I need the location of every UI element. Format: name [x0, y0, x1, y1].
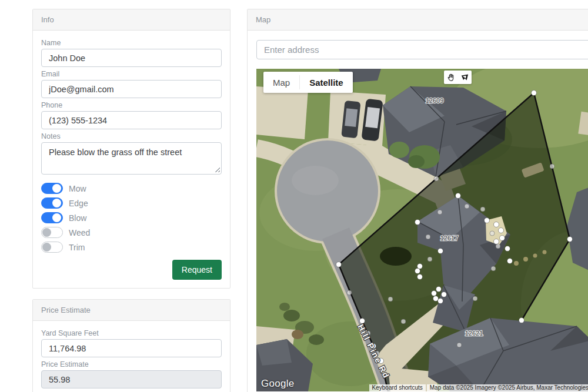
toggle-row-mow: Mow	[41, 183, 222, 194]
sqft-label: Yard Square Feet	[41, 329, 222, 337]
map-type-satellite-button[interactable]: Satellite	[300, 72, 353, 93]
email-field[interactable]	[41, 80, 222, 98]
price-card-title: Price Estimate	[33, 300, 230, 321]
parcel-label-12621: 12621	[465, 330, 483, 337]
name-field[interactable]	[41, 49, 222, 67]
sqft-field[interactable]	[41, 339, 222, 357]
toggle-row-edge: Edge	[41, 197, 222, 209]
blow-toggle[interactable]	[41, 212, 63, 223]
notes-label: Notes	[41, 132, 222, 140]
mow-toggle-label: Mow	[69, 184, 86, 193]
left-column: Info Name Email Phone Notes Please blow …	[32, 9, 230, 392]
price-estimate-card: Price Estimate Yard Square Feet Price Es…	[32, 299, 230, 392]
mow-toggle[interactable]	[41, 183, 63, 194]
parcel-label-12609: 12609	[426, 97, 444, 104]
notes-field[interactable]: Please blow the grass off the street	[41, 142, 222, 175]
satellite-imagery: 12609 12617 12621 Hill Pine Rd	[256, 69, 588, 391]
edge-toggle[interactable]	[41, 197, 63, 209]
trim-toggle[interactable]	[41, 242, 63, 253]
map-card-title: Map	[248, 9, 588, 31]
map-type-control: Map Satellite	[263, 72, 353, 93]
toggle-row-weed: Weed	[41, 227, 222, 238]
pan-hand-icon[interactable]	[446, 73, 456, 82]
toggle-row-trim: Trim	[41, 242, 222, 253]
parcel-label-12617: 12617	[440, 234, 459, 242]
trim-toggle-label: Trim	[69, 243, 85, 252]
map-attribution: Keyboard shortcuts Map data ©2025 Imager…	[369, 384, 588, 391]
edge-toggle-label: Edge	[69, 199, 88, 208]
request-button[interactable]: Request	[172, 260, 222, 280]
draw-polygon-icon[interactable]	[460, 73, 469, 82]
price-field	[41, 370, 222, 388]
google-logo[interactable]: Google	[261, 378, 295, 390]
map-type-map-button[interactable]: Map	[263, 72, 299, 93]
drawing-tools-control	[444, 71, 472, 84]
blow-toggle-label: Blow	[69, 213, 86, 223]
address-input[interactable]	[256, 40, 588, 59]
service-toggles: Mow Edge Blow Weed Trim	[41, 183, 222, 253]
info-card-title: Info	[33, 9, 230, 31]
name-label: Name	[41, 39, 222, 47]
map-canvas[interactable]: 12609 12617 12621 Hill Pine Rd Map Satel…	[256, 69, 588, 391]
toggle-row-blow: Blow	[41, 212, 222, 223]
weed-toggle[interactable]	[41, 227, 63, 238]
info-card: Info Name Email Phone Notes Please blow …	[32, 9, 230, 289]
map-card: Map	[247, 9, 588, 392]
phone-field[interactable]	[41, 111, 222, 129]
keyboard-shortcuts-link[interactable]: Keyboard shortcuts	[369, 384, 426, 391]
phone-label: Phone	[41, 101, 222, 109]
map-data-attribution: Map data ©2025 Imagery ©2025 Airbus, Max…	[427, 384, 588, 391]
price-label: Price Estimate	[41, 360, 222, 368]
email-label: Email	[41, 70, 222, 78]
weed-toggle-label: Weed	[69, 228, 90, 237]
